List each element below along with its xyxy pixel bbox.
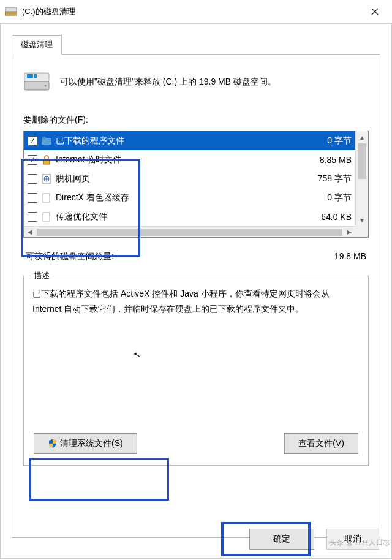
svg-rect-0 xyxy=(5,12,17,15)
drive-icon xyxy=(23,70,50,93)
tab-disk-cleanup[interactable]: 磁盘清理 xyxy=(12,35,62,55)
ok-label: 确定 xyxy=(273,534,290,545)
file-name: DirectX 着色器缓存 xyxy=(56,192,299,203)
svg-rect-7 xyxy=(34,74,37,78)
svg-rect-11 xyxy=(43,159,50,164)
checkbox[interactable] xyxy=(28,193,37,203)
files-to-delete-label: 要删除的文件(F): xyxy=(23,115,369,126)
scroll-left-arrow[interactable]: ◀ xyxy=(24,229,36,235)
intro-text: 可以使用"磁盘清理"来释放 (C:) 上的 19.9 MB 磁盘空间。 xyxy=(60,75,276,88)
titlebar: (C:)的磁盘清理 xyxy=(0,0,392,23)
webpage-icon xyxy=(41,173,52,184)
clean-system-files-button[interactable]: 清理系统文件(S) xyxy=(34,433,137,454)
scroll-right-arrow[interactable]: ▶ xyxy=(343,229,355,235)
description-text: 已下载的程序文件包括 ActiveX 控件和 Java 小程序，你查看特定网页时… xyxy=(32,286,360,317)
file-size: 64.0 KB xyxy=(303,212,352,222)
svg-rect-16 xyxy=(43,194,50,202)
scroll-thumb[interactable] xyxy=(37,229,342,236)
vertical-scrollbar[interactable]: ▲ ▼ xyxy=(355,131,368,226)
file-name: Internet 临时文件 xyxy=(56,154,299,165)
checkbox[interactable] xyxy=(28,212,37,222)
folder-icon xyxy=(41,135,52,146)
file-row-delivery-opt[interactable]: 传递优化文件 64.0 KB xyxy=(24,207,355,226)
checkbox[interactable] xyxy=(28,174,37,184)
horizontal-scrollbar[interactable]: ◀ ▶ xyxy=(24,226,355,237)
scrollbar-corner xyxy=(355,226,368,237)
svg-rect-17 xyxy=(43,213,50,221)
scroll-up-arrow[interactable]: ▲ xyxy=(356,131,368,143)
file-row-directx-shader[interactable]: DirectX 着色器缓存 0 字节 xyxy=(24,188,355,207)
svg-rect-10 xyxy=(42,137,46,139)
view-files-label: 查看文件(V) xyxy=(298,438,344,449)
blank-file-icon xyxy=(41,192,52,203)
file-name: 传递优化文件 xyxy=(56,211,299,222)
file-name: 已下载的程序文件 xyxy=(56,135,299,146)
svg-point-8 xyxy=(45,85,47,87)
scroll-thumb[interactable] xyxy=(358,143,366,179)
file-size: 0 字节 xyxy=(303,135,352,146)
file-name: 脱机网页 xyxy=(56,173,299,184)
svg-rect-1 xyxy=(6,7,17,12)
file-size: 8.85 MB xyxy=(303,155,352,165)
lock-icon xyxy=(41,154,52,165)
clean-system-files-label: 清理系统文件(S) xyxy=(60,438,123,449)
file-row-downloaded-programs[interactable]: ✓ 已下载的程序文件 0 字节 xyxy=(24,131,355,150)
close-icon xyxy=(371,8,379,15)
scroll-down-arrow[interactable]: ▼ xyxy=(356,214,368,226)
file-row-internet-temp[interactable]: ✓ Internet 临时文件 8.85 MB xyxy=(24,150,355,169)
file-row-offline-pages[interactable]: 脱机网页 758 字节 xyxy=(24,169,355,188)
total-space-label: 可获得的磁盘空间总量: xyxy=(26,251,114,262)
svg-rect-6 xyxy=(27,74,33,78)
checkbox[interactable]: ✓ xyxy=(28,155,37,165)
file-size: 0 字节 xyxy=(303,192,352,203)
watermark: 头条 @ IT狂人日志 xyxy=(330,538,390,547)
description-group: 描述 已下载的程序文件包括 ActiveX 控件和 Java 小程序，你查看特定… xyxy=(23,276,369,466)
blank-file-icon xyxy=(41,211,52,222)
ok-button[interactable]: 确定 xyxy=(249,529,314,550)
view-files-button[interactable]: 查看文件(V) xyxy=(284,433,358,454)
file-size: 758 字节 xyxy=(303,173,352,184)
description-legend: 描述 xyxy=(31,270,52,281)
close-button[interactable] xyxy=(363,0,387,23)
shield-icon xyxy=(48,439,58,448)
drive-cleanup-icon xyxy=(5,7,17,16)
checkbox[interactable]: ✓ xyxy=(28,136,37,146)
file-list: ✓ 已下载的程序文件 0 字节 ✓ Internet 临时文件 8.85 MB xyxy=(23,131,369,238)
window-title: (C:)的磁盘清理 xyxy=(22,6,363,17)
total-space-value: 19.8 MB xyxy=(334,251,366,262)
